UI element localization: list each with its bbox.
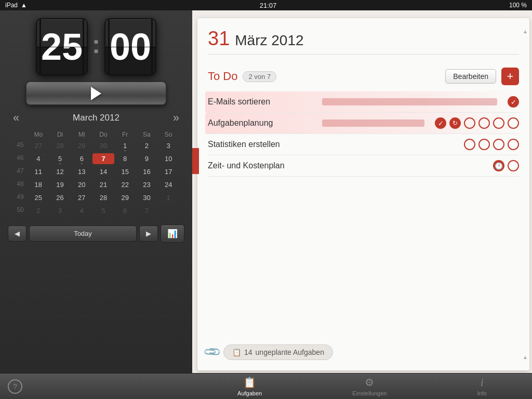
todo-item-text: E-Mails sortieren bbox=[208, 97, 312, 107]
play-button[interactable] bbox=[26, 82, 166, 105]
clock-minutes: 00 bbox=[104, 18, 156, 75]
week-number: 46 bbox=[13, 153, 28, 164]
tab-bar: ? 📋 Aufgaben ⚙ Einstellungen i Info bbox=[0, 373, 532, 399]
calendar-day[interactable]: 9 bbox=[136, 153, 158, 164]
calendar-day[interactable]: 13 bbox=[71, 166, 92, 177]
cal-prev-btn[interactable]: « bbox=[13, 111, 19, 125]
tab-bar-right: 📋 Aufgaben ⚙ Einstellungen i Info bbox=[192, 374, 532, 399]
calendar-day[interactable]: 28 bbox=[49, 140, 71, 151]
scroll-up-arrow: ▲ bbox=[523, 29, 528, 34]
cal-week-row: 50234567 bbox=[13, 205, 179, 216]
calendar-day[interactable]: 2 bbox=[136, 140, 158, 151]
cal-month-label: March 2012 bbox=[73, 113, 119, 123]
calendar-day[interactable]: 14 bbox=[92, 166, 114, 177]
calendar-day[interactable]: 27 bbox=[28, 140, 49, 151]
calendar-day[interactable]: 17 bbox=[157, 166, 179, 177]
calendar-day[interactable]: 26 bbox=[49, 192, 71, 203]
play-triangle-icon bbox=[91, 87, 101, 100]
einstellungen-icon: ⚙ bbox=[365, 376, 374, 389]
todo-item[interactable]: Statistiken erstellen bbox=[208, 134, 519, 155]
calendar-day[interactable]: 6 bbox=[114, 205, 136, 216]
calendar-day[interactable]: 4 bbox=[71, 205, 92, 216]
week-number: 45 bbox=[13, 140, 28, 151]
circle-half: ↻ bbox=[449, 117, 461, 129]
day-number: 31 bbox=[208, 29, 230, 48]
battery-label: 100 % bbox=[509, 2, 527, 9]
calendar-day[interactable]: 11 bbox=[28, 166, 49, 177]
circle-empty bbox=[508, 117, 519, 129]
aufgaben-icon: 📋 bbox=[243, 376, 256, 389]
calendar-day[interactable]: 21 bbox=[92, 179, 114, 190]
calendar-day[interactable]: 5 bbox=[49, 153, 71, 164]
calendar-day[interactable]: 27 bbox=[71, 192, 92, 203]
cal-week-row: 4645678910 bbox=[13, 153, 179, 164]
calendar-day[interactable]: 12 bbox=[49, 166, 71, 177]
calendar-day[interactable]: 29 bbox=[71, 140, 92, 151]
month-year: März 2012 bbox=[235, 32, 303, 49]
calendar-day[interactable]: 4 bbox=[28, 153, 49, 164]
calendar-day[interactable]: 18 bbox=[28, 179, 49, 190]
circle-checked: ✓ bbox=[435, 117, 446, 129]
calendar-day[interactable]: 10 bbox=[157, 153, 179, 164]
calendar-day[interactable]: 15 bbox=[114, 166, 136, 177]
cal-next-btn[interactable]: » bbox=[173, 111, 179, 125]
cal-header: « March 2012 » bbox=[13, 111, 179, 125]
calendar-day[interactable]: 7 bbox=[136, 205, 158, 216]
circle-checked: ✓ bbox=[508, 96, 519, 108]
calendar-day[interactable]: 22 bbox=[114, 179, 136, 190]
unplanned-badge[interactable]: 📋 14 ungeplante Aufgaben bbox=[223, 344, 333, 360]
calendar-day[interactable]: 30 bbox=[136, 192, 158, 203]
calendar-day[interactable]: 30 bbox=[92, 140, 114, 151]
clock-colon: : bbox=[92, 30, 100, 59]
tasks-icon: 📋 bbox=[232, 348, 241, 356]
circle-empty bbox=[478, 117, 490, 129]
calendar-day[interactable]: 6 bbox=[71, 153, 92, 164]
left-panel: 25 : 00 « March 2012 » Mo Di Mi Do Fr Sa… bbox=[0, 10, 192, 373]
todo-header: To Do 2 von 7 Bearbeiten + bbox=[208, 68, 519, 85]
calendar-day[interactable]: 24 bbox=[157, 179, 179, 190]
calendar-day[interactable]: 3 bbox=[157, 140, 179, 151]
tab-info[interactable]: i Info bbox=[467, 374, 497, 399]
status-left: iPad ▲ bbox=[5, 2, 27, 9]
calendar-day[interactable]: 28 bbox=[92, 192, 114, 203]
status-bar: iPad ▲ 21:07 100 % bbox=[0, 0, 532, 10]
calendar-day[interactable]: 3 bbox=[49, 205, 71, 216]
calendar-day[interactable]: 7 bbox=[92, 153, 114, 164]
notebook: 31 März 2012 To Do 2 von 7 Bearbeiten + … bbox=[197, 18, 529, 370]
calendar-day[interactable]: 25 bbox=[28, 192, 49, 203]
flip-clock: 25 : 00 bbox=[36, 18, 156, 75]
calendar: « March 2012 » Mo Di Mi Do Fr Sa So 4527… bbox=[5, 111, 187, 218]
calendar-day[interactable]: 23 bbox=[136, 179, 158, 190]
calendar-day[interactable]: 8 bbox=[114, 153, 136, 164]
calendar-day[interactable] bbox=[157, 205, 179, 216]
cal-week-row: 4818192021222324 bbox=[13, 179, 179, 190]
cal-prev-month-btn[interactable]: ◀ bbox=[8, 225, 26, 242]
scroll-down-arrow: ▲ bbox=[523, 354, 528, 360]
tab-einstellungen[interactable]: ⚙ Einstellungen bbox=[342, 374, 397, 399]
cal-chart-btn[interactable]: 📊 bbox=[161, 224, 184, 243]
circle-empty bbox=[464, 117, 475, 129]
scrollbar: ▲ ▲ bbox=[523, 29, 527, 360]
calendar-day[interactable]: 1 bbox=[157, 192, 179, 203]
week-number: 50 bbox=[13, 205, 28, 216]
todo-item[interactable]: Zeit- und Kostenplan 🕐 bbox=[208, 155, 519, 177]
bearbeiten-button[interactable]: Bearbeiten bbox=[445, 69, 496, 84]
add-todo-button[interactable]: + bbox=[501, 68, 519, 85]
today-button[interactable]: Today bbox=[29, 225, 137, 242]
calendar-day[interactable]: 1 bbox=[114, 140, 136, 151]
calendar-day[interactable]: 5 bbox=[92, 205, 114, 216]
calendar-day[interactable]: 16 bbox=[136, 166, 158, 177]
calendar-day[interactable]: 19 bbox=[49, 179, 71, 190]
todo-item[interactable]: Aufgabenplanung ✓ ↻ bbox=[205, 113, 522, 134]
cal-grid: Mo Di Mi Do Fr Sa So 4527282930123464567… bbox=[13, 131, 179, 216]
circle-empty bbox=[508, 139, 519, 150]
play-button-container[interactable] bbox=[26, 82, 166, 105]
cal-next-month-btn[interactable]: ▶ bbox=[139, 225, 158, 242]
aufgaben-label: Aufgaben bbox=[237, 390, 262, 396]
todo-item[interactable]: E-Mails sortieren ✓ bbox=[205, 91, 522, 113]
help-button[interactable]: ? bbox=[8, 379, 22, 394]
tab-aufgaben[interactable]: 📋 Aufgaben bbox=[227, 374, 272, 399]
calendar-day[interactable]: 2 bbox=[28, 205, 49, 216]
calendar-day[interactable]: 29 bbox=[114, 192, 136, 203]
calendar-day[interactable]: 20 bbox=[71, 179, 92, 190]
